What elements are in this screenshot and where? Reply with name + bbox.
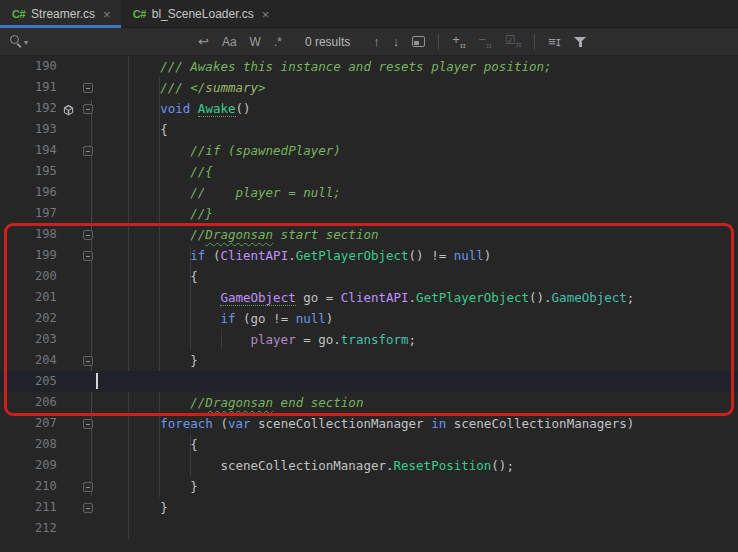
code-line-194[interactable]: 194 //if (spawnedPlayer) <box>0 140 738 161</box>
prev-occurrence-button[interactable]: ↑ <box>373 35 380 48</box>
match-case-button[interactable]: Aa <box>222 36 237 48</box>
line-number: 196 <box>35 182 57 203</box>
filter-lines-button[interactable]: ≡ɪ <box>548 35 560 48</box>
open-in-find-window-button[interactable] <box>412 36 425 47</box>
token: Awake <box>198 101 236 117</box>
code-line-205[interactable]: 205 <box>0 371 738 392</box>
code-line-199[interactable]: 199 if (ClientAPI.GetPlayerObject() != n… <box>0 245 738 266</box>
code-text: //Dragonsan end section <box>100 392 363 413</box>
token: // player = null; <box>100 185 341 200</box>
fold-marker-icon[interactable] <box>83 146 93 156</box>
line-number: 200 <box>35 266 57 287</box>
code-line-197[interactable]: 197 //} <box>0 203 738 224</box>
code-text: } <box>100 350 198 371</box>
search-input[interactable] <box>34 32 198 52</box>
token: ( <box>205 248 220 263</box>
close-icon[interactable]: × <box>262 8 270 21</box>
fold-marker-icon[interactable] <box>83 503 93 513</box>
code-text: if (go != null) <box>100 308 333 329</box>
token: (); <box>491 458 514 473</box>
code-text: { <box>100 434 198 455</box>
code-text: foreach (var sceneCollectionManager in s… <box>100 413 634 434</box>
fold-marker-icon[interactable] <box>83 419 93 429</box>
code-lines: 190 /// Awakes this instance and resets … <box>0 56 738 539</box>
code-line-206[interactable]: 206 //Dragonsan end section <box>0 392 738 413</box>
token: Dragonsan <box>205 395 273 410</box>
find-toolbar-icons: ↩ Aa W .* 0 results ↑ ↓ +ɪɪ −ɪɪ ☑ɪɪ ≡ɪ <box>198 28 587 55</box>
code-line-193[interactable]: 193 { <box>0 119 738 140</box>
code-line-192[interactable]: 192 void Awake() <box>0 98 738 119</box>
code-text: player = go.transform; <box>100 329 416 350</box>
token: Dragonsan <box>205 227 273 242</box>
filter-funnel-button[interactable] <box>574 36 587 48</box>
token: go = <box>296 290 341 305</box>
fold-marker-icon[interactable] <box>83 482 93 492</box>
fold-marker-icon[interactable] <box>83 230 93 240</box>
close-icon[interactable]: × <box>103 8 111 21</box>
line-number: 211 <box>35 497 57 518</box>
token <box>100 332 251 347</box>
code-line-196[interactable]: 196 // player = null; <box>0 182 738 203</box>
regex-button[interactable]: .* <box>274 36 282 48</box>
fold-marker-icon[interactable] <box>83 356 93 366</box>
code-line-204[interactable]: 204 } <box>0 350 738 371</box>
code-line-202[interactable]: 202 if (go != null) <box>0 308 738 329</box>
tab-streamer[interactable]: C# Streamer.cs × <box>0 0 121 28</box>
ide-window: C# Streamer.cs × C# bl_SceneLoader.cs × … <box>0 0 738 552</box>
code-text: //Dragonsan start section <box>100 224 378 245</box>
select-all-occurrences-button[interactable]: ☑ɪɪ <box>505 34 521 49</box>
token <box>100 248 190 263</box>
code-line-195[interactable]: 195 //{ <box>0 161 738 182</box>
token: void <box>160 101 190 116</box>
line-number: 192 <box>35 98 57 119</box>
words-button[interactable]: W <box>250 36 261 48</box>
add-selection-button[interactable]: +ɪɪ <box>452 33 465 50</box>
csharp-file-icon: C# <box>12 8 25 20</box>
fold-marker-icon[interactable] <box>83 83 93 93</box>
line-number: 199 <box>35 245 57 266</box>
token: } <box>100 353 198 368</box>
token: } <box>100 500 168 515</box>
code-line-212[interactable]: 212 <box>0 518 738 539</box>
tab-bl-sceneloader[interactable]: C# bl_SceneLoader.cs × <box>121 0 280 28</box>
fold-marker-icon[interactable] <box>83 251 93 261</box>
code-line-210[interactable]: 210 } <box>0 476 738 497</box>
token: foreach <box>160 416 213 431</box>
code-line-211[interactable]: 211 } <box>0 497 738 518</box>
remove-selection-button[interactable]: −ɪɪ <box>479 33 492 50</box>
code-line-201[interactable]: 201 GameObject go = ClientAPI.GetPlayerO… <box>0 287 738 308</box>
code-line-207[interactable]: 207 foreach (var sceneCollectionManager … <box>0 413 738 434</box>
line-number: 197 <box>35 203 57 224</box>
token: . <box>288 248 296 263</box>
token: sceneCollectionManagers) <box>446 416 634 431</box>
token: /// Awakes this instance and resets play… <box>100 59 552 74</box>
code-editor[interactable]: 190 /// Awakes this instance and resets … <box>0 56 738 552</box>
code-line-191[interactable]: 191 /// </summary> <box>0 77 738 98</box>
line-number: 208 <box>35 434 57 455</box>
token: null <box>296 311 326 326</box>
line-number: 193 <box>35 119 57 140</box>
code-line-190[interactable]: 190 /// Awakes this instance and resets … <box>0 56 738 77</box>
next-occurrence-button[interactable]: ↓ <box>393 35 400 48</box>
token <box>100 311 220 326</box>
code-line-198[interactable]: 198 //Dragonsan start section <box>0 224 738 245</box>
csharp-file-icon: C# <box>133 8 146 20</box>
code-text: GameObject go = ClientAPI.GetPlayerObjec… <box>100 287 634 308</box>
code-text: //} <box>100 203 213 224</box>
code-line-209[interactable]: 209 sceneCollectionManager.ResetPosition… <box>0 455 738 476</box>
results-count: 0 results <box>305 35 350 49</box>
fold-marker-icon[interactable] <box>83 104 93 114</box>
token: . <box>409 290 417 305</box>
token: //if (spawnedPlayer) <box>100 143 341 158</box>
token: = go. <box>296 332 341 347</box>
code-line-208[interactable]: 208 { <box>0 434 738 455</box>
code-line-203[interactable]: 203 player = go.transform; <box>0 329 738 350</box>
line-number: 202 <box>35 308 57 329</box>
token: (go != <box>235 311 295 326</box>
search-icon[interactable]: ▾ <box>10 35 34 49</box>
newline-icon[interactable]: ↩ <box>198 35 209 48</box>
token: sceneCollectionManager. <box>100 458 394 473</box>
token: var <box>228 416 251 431</box>
code-line-200[interactable]: 200 { <box>0 266 738 287</box>
token <box>100 290 220 305</box>
